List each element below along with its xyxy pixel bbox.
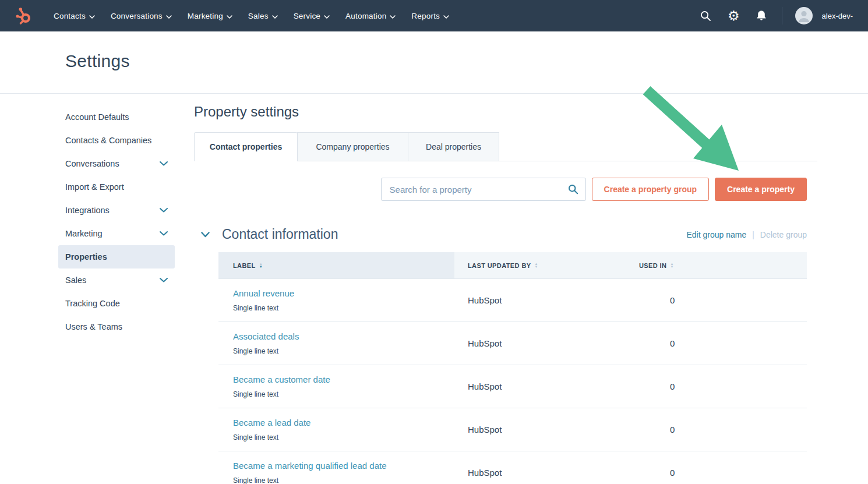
sidebar-item-sales[interactable]: Sales	[58, 269, 175, 292]
chevron-down-icon	[160, 231, 168, 236]
chevron-down-icon	[160, 161, 168, 166]
settings-sidebar: Account Defaults Contacts & Companies Co…	[58, 105, 175, 338]
create-property-button[interactable]: Create a property	[715, 178, 807, 201]
sidebar-item-integrations[interactable]: Integrations	[58, 199, 175, 222]
sort-icons: ▲▼	[534, 263, 538, 269]
gear-icon[interactable]: ⚙	[728, 10, 740, 22]
property-toolbar: Create a property group Create a propert…	[194, 178, 807, 201]
nav-item-service[interactable]: Service	[294, 12, 330, 20]
nav-item-marketing[interactable]: Marketing	[188, 12, 232, 20]
group-actions: Edit group name | Delete group	[686, 230, 807, 239]
chevron-down-icon	[166, 12, 172, 20]
tab-contact-properties[interactable]: Contact properties	[194, 132, 298, 161]
edit-group-name-link[interactable]: Edit group name	[686, 230, 746, 239]
property-type: Single line text	[233, 433, 278, 441]
property-type-tabs: Contact properties Company properties De…	[194, 132, 807, 161]
property-type: Single line text	[233, 304, 278, 312]
sidebar-item-contacts-companies[interactable]: Contacts & Companies	[58, 129, 175, 152]
sidebar-item-users-teams[interactable]: Users & Teams	[58, 315, 175, 338]
primary-menu: Contacts Conversations Marketing Sales S…	[54, 12, 449, 20]
nav-item-conversations[interactable]: Conversations	[111, 12, 172, 20]
top-navigation: Contacts Conversations Marketing Sales S…	[0, 0, 868, 31]
group-title: Contact information	[222, 227, 338, 242]
property-link[interactable]: Became a customer date	[233, 375, 454, 384]
sidebar-item-account-defaults[interactable]: Account Defaults	[58, 105, 175, 129]
used-in-cell: 0	[632, 338, 807, 348]
column-header-last-updated-by[interactable]: LAST UPDATED BY ▲▼	[454, 252, 632, 278]
chevron-down-icon	[443, 12, 449, 20]
avatar[interactable]	[795, 7, 813, 24]
main-content: Property settings Contact properties Com…	[194, 104, 807, 484]
page-header: Settings	[0, 31, 868, 94]
property-type: Single line text	[233, 476, 278, 484]
user-menu[interactable]: alex-dev-	[822, 12, 853, 20]
table-row: Became a marketing qualified lead date S…	[218, 451, 807, 484]
link-separator: |	[752, 230, 754, 239]
nav-item-sales[interactable]: Sales	[248, 12, 278, 20]
column-header-used-in[interactable]: USED IN ▲▼	[632, 252, 807, 278]
updated-by-cell: HubSpot	[454, 425, 632, 434]
table-row: Associated deals Single line text HubSpo…	[218, 322, 807, 365]
tab-company-properties[interactable]: Company properties	[297, 132, 408, 161]
sidebar-item-conversations[interactable]: Conversations	[58, 152, 175, 175]
create-property-group-button[interactable]: Create a property group	[592, 178, 709, 201]
chevron-down-icon	[89, 12, 95, 20]
nav-item-automation[interactable]: Automation	[345, 12, 396, 20]
sort-desc-icon: ▼	[259, 266, 263, 269]
sidebar-item-properties[interactable]: Properties	[58, 245, 175, 269]
tab-deal-properties[interactable]: Deal properties	[408, 132, 499, 161]
property-type: Single line text	[233, 390, 278, 398]
chevron-down-icon	[272, 12, 278, 20]
column-header-label[interactable]: LABEL ▲▼	[218, 252, 454, 278]
search-input[interactable]	[381, 178, 586, 201]
sidebar-item-import-export[interactable]: Import & Export	[58, 175, 175, 199]
collapse-group-icon[interactable]	[201, 232, 210, 238]
property-link[interactable]: Annual revenue	[233, 288, 454, 298]
property-link[interactable]: Associated deals	[233, 331, 454, 341]
updated-by-cell: HubSpot	[454, 338, 632, 348]
chevron-down-icon	[160, 208, 168, 213]
tab-baseline	[499, 132, 817, 161]
sort-desc-icon: ▼	[670, 266, 673, 269]
property-type: Single line text	[233, 347, 278, 355]
sort-icons: ▲▼	[670, 263, 673, 269]
nav-divider	[782, 7, 782, 24]
table-row: Became a lead date Single line text HubS…	[218, 408, 807, 451]
table-row: Annual revenue Single line text HubSpot …	[218, 278, 807, 322]
section-title: Property settings	[194, 104, 807, 120]
updated-by-cell: HubSpot	[454, 468, 632, 478]
used-in-cell: 0	[632, 425, 807, 434]
bell-icon[interactable]	[756, 10, 767, 22]
used-in-cell: 0	[632, 381, 807, 391]
used-in-cell: 0	[632, 468, 807, 478]
chevron-down-icon	[324, 12, 330, 20]
updated-by-cell: HubSpot	[454, 381, 632, 391]
nav-item-reports[interactable]: Reports	[411, 12, 449, 20]
sidebar-item-tracking-code[interactable]: Tracking Code	[58, 292, 175, 315]
property-link[interactable]: Became a lead date	[233, 418, 454, 428]
updated-by-cell: HubSpot	[454, 295, 632, 305]
property-link[interactable]: Became a marketing qualified lead date	[233, 461, 454, 471]
hubspot-logo-icon[interactable]	[15, 6, 34, 26]
group-header: Contact information Edit group name | De…	[194, 227, 807, 242]
search-icon[interactable]	[568, 184, 578, 197]
page-title: Settings	[65, 51, 130, 71]
chevron-down-icon	[160, 278, 168, 282]
sidebar-item-marketing[interactable]: Marketing	[58, 222, 175, 245]
chevron-down-icon	[390, 12, 396, 20]
nav-item-contacts[interactable]: Contacts	[54, 12, 95, 20]
table-row: Became a customer date Single line text …	[218, 365, 807, 408]
nav-utilities: ⚙ alex-dev-	[700, 7, 853, 24]
delete-group-link[interactable]: Delete group	[760, 230, 807, 239]
search-icon[interactable]	[700, 10, 711, 22]
search-box	[381, 178, 586, 201]
properties-table: LABEL ▲▼ LAST UPDATED BY ▲▼ USED IN ▲▼ A…	[218, 252, 807, 484]
sort-icons: ▲▼	[259, 263, 263, 269]
used-in-cell: 0	[632, 295, 807, 305]
sort-desc-icon: ▼	[534, 266, 538, 269]
chevron-down-icon	[227, 12, 232, 20]
table-header-row: LABEL ▲▼ LAST UPDATED BY ▲▼ USED IN ▲▼	[218, 252, 807, 278]
